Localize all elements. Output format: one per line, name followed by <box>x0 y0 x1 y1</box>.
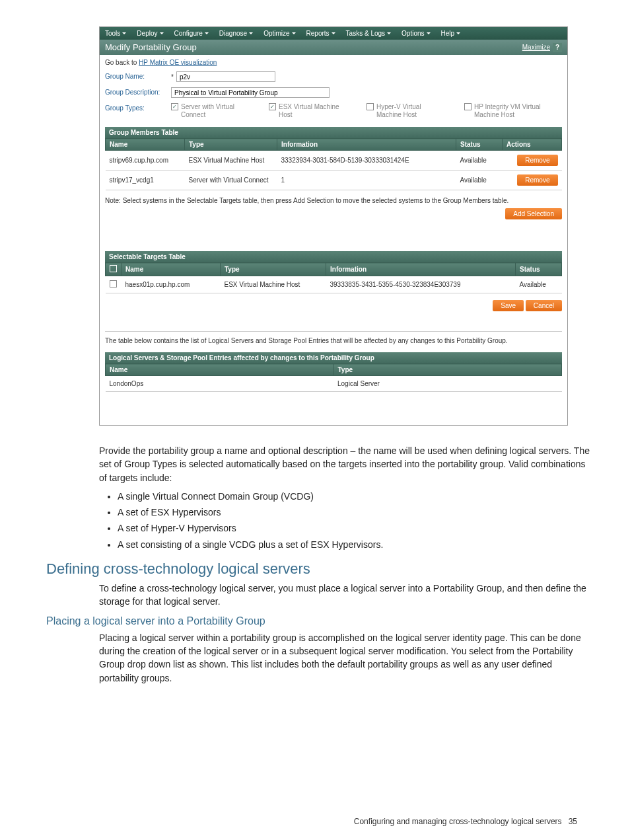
page-number: 35 <box>569 817 577 826</box>
table-row: haesx01p.cup.hp.com ESX Virtual Machine … <box>106 276 562 293</box>
table-row: LondonOps Logical Server <box>106 376 562 392</box>
cell-name: LondonOps <box>106 376 334 392</box>
col-information: Information <box>277 139 456 151</box>
cell-type: Logical Server <box>333 376 562 392</box>
group-desc-label: Group Description: <box>105 87 171 96</box>
cell-name: stripv17_vcdg1 <box>106 171 185 190</box>
selection-note: Note: Select systems in the Selectable T… <box>105 197 562 204</box>
list-item: A set consisting of a single VCDG plus a… <box>118 538 590 551</box>
cell-name: stripv69.cup.hp.com <box>106 151 185 171</box>
checkbox-hp-integrity-vm-host <box>464 103 472 110</box>
row-checkbox[interactable] <box>110 280 117 287</box>
paragraph-placing: Placing a logical server within a portab… <box>99 631 590 685</box>
remove-button[interactable]: Remove <box>517 174 557 186</box>
cell-status: Available <box>516 276 562 293</box>
checkbox-label: ESX Virtual Machine Host <box>279 103 348 119</box>
menu-help[interactable]: Help <box>436 27 466 40</box>
menu-reports[interactable]: Reports <box>301 27 341 40</box>
group-types-label: Group Types: <box>105 103 171 112</box>
menu-label: Tasks & Logs <box>346 30 385 37</box>
menu-label: Tools <box>105 30 120 37</box>
caret-icon <box>122 32 126 34</box>
col-information: Information <box>326 263 516 276</box>
col-actions: Actions <box>503 139 562 151</box>
menu-optimize[interactable]: Optimize <box>258 27 300 40</box>
page-footer: Configuring and managing cross-technolog… <box>73 817 590 826</box>
caret-icon <box>456 32 460 34</box>
paragraph-defining: To define a cross-technology logical ser… <box>99 582 590 609</box>
col-name: Name <box>122 263 221 276</box>
cell-status: Available <box>456 151 503 171</box>
help-icon[interactable]: ? <box>553 43 562 52</box>
list-item: A single Virtual Connect Domain Group (V… <box>118 490 590 503</box>
checkbox-label: HP Integrity VM Virtual Machine Host <box>474 103 543 119</box>
cell-type: ESX Virtual Machine Host <box>221 276 326 293</box>
menu-deploy[interactable]: Deploy <box>131 27 168 40</box>
col-name: Name <box>106 139 185 151</box>
cell-info: 1 <box>277 171 456 190</box>
select-all-checkbox[interactable] <box>110 265 117 272</box>
valid-combinations-list: A single Virtual Connect Domain Group (V… <box>99 490 590 551</box>
table-row: stripv69.cup.hp.com ESX Virtual Machine … <box>106 151 562 171</box>
cancel-button[interactable]: Cancel <box>526 300 562 311</box>
group-members-table: Name Type Information Status Actions str… <box>105 138 562 190</box>
col-status: Status <box>516 263 562 276</box>
menu-configure[interactable]: Configure <box>169 27 214 40</box>
logical-servers-note: The table below contains the list of Log… <box>105 337 562 344</box>
list-item: A set of Hyper-V Hypervisors <box>118 521 590 535</box>
heading-placing: Placing a logical server into a Portabil… <box>46 615 590 627</box>
page-title-bar: Modify Portability Group Maximize ? <box>100 40 567 55</box>
menu-diagnose[interactable]: Diagnose <box>214 27 258 40</box>
checkbox-server-virtual-connect <box>171 103 178 110</box>
list-item: A set of ESX Hypervisors <box>118 506 590 519</box>
col-name: Name <box>106 364 334 376</box>
cell-info: 33323934-3031-584D-5139-30333031424E <box>277 151 456 171</box>
checkbox-label: Hyper-V Virtual Machine Host <box>376 103 446 119</box>
group-name-label: Group Name: <box>105 71 171 80</box>
menu-label: Diagnose <box>219 30 247 37</box>
cell-type: ESX Virtual Machine Host <box>185 151 277 171</box>
caret-icon <box>292 32 296 34</box>
checkbox-esx-vm-host <box>269 103 276 110</box>
cell-info: 39333835-3431-5355-4530-323834E303739 <box>326 276 516 293</box>
menu-tasks-logs[interactable]: Tasks & Logs <box>341 27 396 40</box>
cell-status: Available <box>456 171 503 190</box>
cell-type: Server with Virtual Connect <box>185 171 277 190</box>
back-link[interactable]: HP Matrix OE visualization <box>139 59 217 66</box>
cell-name: haesx01p.cup.hp.com <box>122 276 221 293</box>
main-menu-bar: Tools Deploy Configure Diagnose Optimize… <box>100 27 567 40</box>
heading-defining: Defining cross-technology logical server… <box>46 560 590 578</box>
menu-options[interactable]: Options <box>396 27 435 40</box>
col-select <box>106 263 122 276</box>
menu-label: Reports <box>306 30 330 37</box>
required-asterisk: * <box>171 73 174 81</box>
menu-label: Options <box>402 30 424 37</box>
document-body: Provide the portability group a name and… <box>99 444 590 551</box>
caret-icon <box>205 32 209 34</box>
remove-button[interactable]: Remove <box>517 155 557 166</box>
page-title: Modify Portability Group <box>105 42 197 52</box>
menu-label: Help <box>441 30 455 37</box>
maximize-link[interactable]: Maximize <box>522 44 550 51</box>
modify-portability-group-screenshot: Tools Deploy Configure Diagnose Optimize… <box>99 26 568 426</box>
caret-icon <box>249 32 253 34</box>
col-type: Type <box>333 364 562 376</box>
save-button[interactable]: Save <box>493 300 524 311</box>
checkbox-label: Server with Virtual Connect <box>181 103 250 119</box>
menu-tools[interactable]: Tools <box>100 27 131 40</box>
caret-icon <box>160 32 164 34</box>
intro-paragraph: Provide the portability group a name and… <box>99 444 590 484</box>
group-name-input[interactable] <box>176 71 275 82</box>
logical-servers-table: Name Type LondonOps Logical Server <box>105 363 562 392</box>
group-desc-input[interactable] <box>171 87 330 98</box>
col-type: Type <box>221 263 326 276</box>
col-type: Type <box>185 139 277 151</box>
selectable-targets-table: Name Type Information Status haesx01p.cu… <box>105 262 562 293</box>
selectable-targets-header: Selectable Targets Table <box>105 251 562 262</box>
checkbox-hyperv-vm-host <box>367 103 374 110</box>
back-prefix: Go back to <box>105 59 139 66</box>
caret-icon <box>427 32 431 34</box>
table-row: stripv17_vcdg1 Server with Virtual Conne… <box>106 171 562 190</box>
add-selection-button[interactable]: Add Selection <box>505 208 562 219</box>
group-members-header: Group Members Table <box>105 127 562 138</box>
